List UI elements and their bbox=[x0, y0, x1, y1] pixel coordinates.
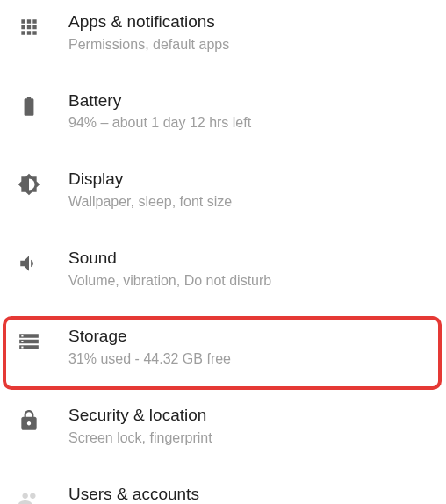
settings-item-battery[interactable]: Battery 94% – about 1 day 12 hrs left bbox=[0, 79, 446, 158]
settings-item-users[interactable]: Users & accounts bbox=[0, 472, 446, 504]
settings-item-title: Battery bbox=[68, 91, 251, 112]
settings-item-subtitle: Volume, vibration, Do not disturb bbox=[68, 272, 271, 291]
battery-icon bbox=[14, 91, 44, 121]
settings-item-text: Sound Volume, vibration, Do not disturb bbox=[68, 247, 271, 291]
settings-item-text: Users & accounts bbox=[68, 483, 199, 504]
storage-icon bbox=[14, 327, 44, 356]
settings-item-text: Battery 94% – about 1 day 12 hrs left bbox=[68, 90, 251, 133]
settings-item-apps[interactable]: Apps & notifications Permissions, defaul… bbox=[0, 0, 446, 79]
sound-icon bbox=[14, 248, 44, 278]
settings-item-text: Apps & notifications Permissions, defaul… bbox=[68, 11, 229, 54]
settings-item-subtitle: Screen lock, fingerprint bbox=[68, 429, 212, 448]
settings-item-text: Security & location Screen lock, fingerp… bbox=[68, 404, 212, 448]
settings-item-security[interactable]: Security & location Screen lock, fingerp… bbox=[0, 393, 446, 472]
settings-item-title: Apps & notifications bbox=[68, 12, 229, 32]
settings-item-subtitle: 31% used - 44.32 GB free bbox=[68, 350, 231, 369]
settings-item-subtitle: Wallpaper, sleep, font size bbox=[68, 193, 232, 212]
settings-item-sound[interactable]: Sound Volume, vibration, Do not disturb bbox=[0, 236, 446, 315]
apps-icon bbox=[14, 12, 44, 42]
settings-item-text: Display Wallpaper, sleep, font size bbox=[68, 168, 232, 212]
settings-list: Apps & notifications Permissions, defaul… bbox=[0, 0, 446, 504]
settings-item-subtitle: Permissions, default apps bbox=[68, 36, 229, 54]
settings-item-subtitle: 94% – about 1 day 12 hrs left bbox=[68, 114, 251, 133]
settings-item-storage[interactable]: Storage 31% used - 44.32 GB free bbox=[0, 314, 446, 393]
settings-item-text: Storage 31% used - 44.32 GB free bbox=[68, 325, 231, 369]
display-icon bbox=[14, 169, 44, 199]
settings-item-title: Storage bbox=[68, 327, 231, 347]
settings-item-title: Sound bbox=[68, 248, 271, 269]
settings-item-title: Security & location bbox=[68, 406, 212, 426]
settings-item-title: Users & accounts bbox=[68, 485, 199, 504]
users-icon bbox=[14, 485, 44, 504]
settings-item-display[interactable]: Display Wallpaper, sleep, font size bbox=[0, 157, 446, 236]
lock-icon bbox=[14, 406, 44, 436]
settings-item-title: Display bbox=[68, 169, 232, 190]
